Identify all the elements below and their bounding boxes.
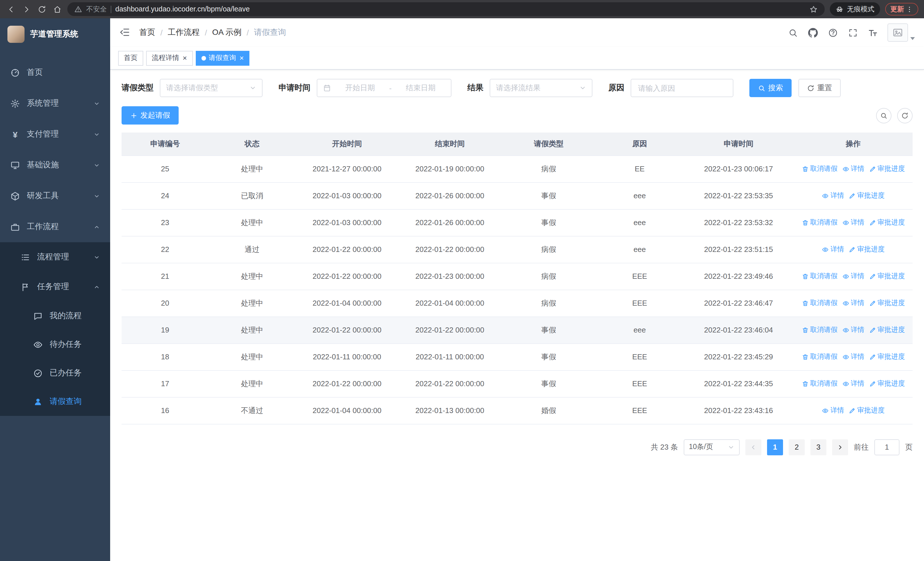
security-warning-icon[interactable]	[74, 5, 82, 13]
sidebar-item-leave-query[interactable]: 请假查询	[0, 387, 110, 416]
page-button-1[interactable]: 1	[767, 439, 783, 455]
github-icon[interactable]	[808, 27, 818, 38]
fullscreen-icon[interactable]	[848, 27, 858, 38]
cancel-leave-link[interactable]: 取消请假	[802, 298, 837, 308]
refresh-table-button[interactable]	[897, 108, 913, 123]
leave-type-select[interactable]: 请选择请假类型	[160, 79, 262, 97]
forward-icon[interactable]	[21, 4, 32, 14]
chevron-down-icon	[249, 84, 256, 92]
sidebar-item-payment[interactable]: ¥ 支付管理	[0, 119, 110, 150]
help-icon[interactable]	[828, 27, 838, 38]
detail-link[interactable]: 详情	[842, 271, 864, 281]
cancel-leave-link[interactable]: 取消请假	[802, 379, 837, 388]
detail-link[interactable]: 详情	[842, 298, 864, 308]
page-button-2[interactable]: 2	[789, 439, 805, 455]
font-size-icon[interactable]	[867, 27, 878, 38]
page-size-select[interactable]: 10条/页	[684, 439, 740, 455]
chevron-up-icon	[94, 224, 100, 230]
reset-button[interactable]: 重置	[798, 79, 841, 97]
column-header-id: 申请编号	[122, 132, 208, 155]
yen-icon: ¥	[10, 129, 20, 139]
sidebar-item-my-process[interactable]: 我的流程	[0, 302, 110, 330]
cancel-leave-link[interactable]: 取消请假	[802, 352, 837, 362]
reload-icon[interactable]	[36, 4, 47, 14]
approval-progress-link[interactable]: 审批进度	[869, 352, 905, 362]
detail-link[interactable]: 详情	[822, 245, 844, 254]
approval-progress-link[interactable]: 审批进度	[869, 218, 905, 227]
approval-progress-link[interactable]: 审批进度	[869, 379, 905, 388]
prev-page-button[interactable]	[746, 439, 761, 455]
detail-link[interactable]: 详情	[842, 379, 864, 388]
detail-link[interactable]: 详情	[842, 325, 864, 335]
approval-progress-link[interactable]: 审批进度	[869, 325, 905, 335]
address-bar[interactable]: 不安全 dashboard.yudao.iocoder.cn/bpm/oa/le…	[68, 2, 825, 16]
detail-link[interactable]: 详情	[842, 164, 864, 174]
browser-menu-icon[interactable]	[906, 5, 913, 13]
next-page-button[interactable]	[832, 439, 848, 455]
result-select[interactable]: 请选择流结果	[490, 79, 592, 97]
update-button[interactable]: 更新	[885, 3, 918, 15]
approval-progress-link[interactable]: 审批进度	[869, 164, 905, 174]
result-placeholder: 请选择流结果	[496, 83, 540, 93]
reason-input[interactable]	[631, 79, 734, 97]
approval-progress-link[interactable]: 审批进度	[869, 298, 905, 308]
search-icon[interactable]	[788, 27, 798, 38]
chevron-down-icon	[579, 84, 586, 92]
sidebar-item-todo-task[interactable]: 待办任务	[0, 330, 110, 359]
tab-process-detail[interactable]: 流程详情 ×	[146, 51, 193, 65]
cancel-leave-link[interactable]: 取消请假	[802, 164, 837, 174]
cell-type: 事假	[501, 343, 596, 370]
cancel-leave-link[interactable]: 取消请假	[802, 271, 837, 281]
approval-progress-link[interactable]: 审批进度	[869, 271, 905, 281]
sidebar-item-process-mgmt[interactable]: 流程管理	[0, 242, 110, 272]
sidebar-item-workflow[interactable]: 工作流程	[0, 211, 110, 242]
cell-type: 病假	[501, 290, 596, 316]
start-date-placeholder[interactable]: 开始日期	[336, 83, 385, 93]
breadcrumb-home[interactable]: 首页	[139, 27, 155, 38]
edit-icon	[869, 353, 876, 360]
toggle-search-button[interactable]	[876, 108, 891, 123]
cell-actions: 取消请假详情审批进度	[794, 290, 913, 316]
url-text[interactable]: dashboard.yudao.iocoder.cn/bpm/oa/leave	[115, 5, 805, 13]
user-avatar[interactable]	[888, 23, 915, 42]
cell-id: 16	[122, 397, 208, 424]
tab-leave-query[interactable]: 请假查询 ×	[195, 51, 249, 65]
sidebar-item-infra[interactable]: 基础设施	[0, 150, 110, 180]
detail-link[interactable]: 详情	[842, 218, 864, 227]
close-icon[interactable]: ×	[239, 54, 244, 62]
approval-progress-link[interactable]: 审批进度	[849, 245, 885, 254]
app-logo[interactable]: 芋道管理系统	[0, 18, 110, 50]
search-button[interactable]: 搜索	[749, 79, 792, 97]
approval-progress-link[interactable]: 审批进度	[849, 406, 885, 415]
back-icon[interactable]	[6, 4, 16, 14]
approval-progress-link[interactable]: 审批进度	[849, 191, 885, 200]
sidebar-collapse-icon[interactable]	[119, 27, 131, 38]
cancel-leave-link[interactable]: 取消请假	[802, 325, 837, 335]
sidebar-item-home[interactable]: 首页	[0, 57, 110, 88]
sidebar-item-done-task[interactable]: 已办任务	[0, 359, 110, 387]
home-icon[interactable]	[52, 4, 62, 14]
goto-page-input[interactable]	[874, 439, 900, 455]
cell-actions: 详情审批进度	[794, 182, 913, 209]
detail-link[interactable]: 详情	[822, 406, 844, 415]
bookmark-star-icon[interactable]	[809, 5, 818, 14]
sidebar-item-task-mgmt[interactable]: 任务管理	[0, 272, 110, 302]
sidebar-item-system[interactable]: 系统管理	[0, 88, 110, 119]
sidebar-item-devtools[interactable]: 研发工具	[0, 180, 110, 211]
cell-actions: 详情审批进度	[794, 397, 913, 424]
edit-icon	[869, 219, 876, 226]
page-button-3[interactable]: 3	[810, 439, 826, 455]
close-icon[interactable]: ×	[182, 54, 187, 62]
create-leave-button[interactable]: 发起请假	[122, 106, 178, 125]
end-date-placeholder[interactable]: 结束日期	[396, 83, 445, 93]
tab-home[interactable]: 首页	[118, 51, 143, 65]
cell-apply_time: 2022-01-22 23:49:46	[683, 263, 794, 290]
detail-link[interactable]: 详情	[822, 191, 844, 200]
sidebar-item-label: 我的流程	[50, 311, 82, 321]
breadcrumb-oa-example[interactable]: OA 示例	[212, 27, 242, 38]
cancel-leave-link[interactable]: 取消请假	[802, 218, 837, 227]
breadcrumb-workflow[interactable]: 工作流程	[168, 27, 200, 38]
sidebar-item-label: 首页	[27, 68, 43, 78]
apply-time-range-picker[interactable]: 开始日期 - 结束日期	[317, 79, 452, 97]
detail-link[interactable]: 详情	[842, 352, 864, 362]
